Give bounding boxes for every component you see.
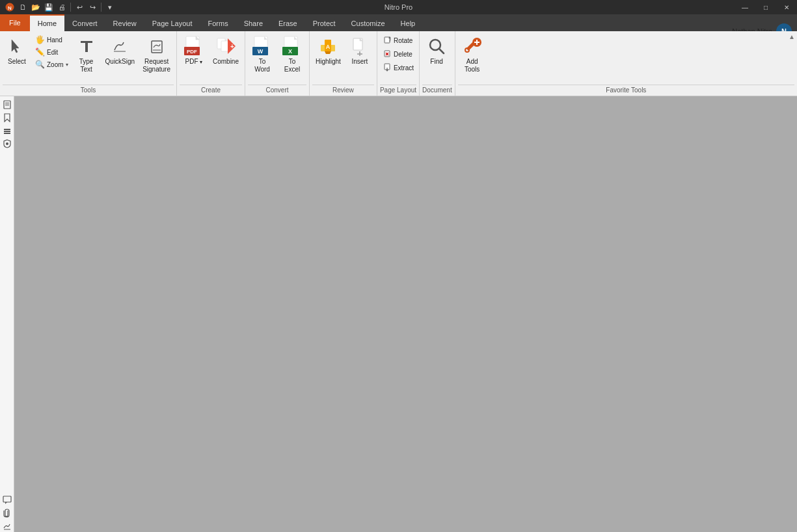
to-word-button[interactable]: W ToWord [248,34,277,81]
ribbon-group-favorite-tools: AddTools Favorite Tools [455,31,797,96]
highlight-button[interactable]: A Highlight [312,34,344,81]
insert-button[interactable]: Insert [345,34,374,81]
svg-rect-48 [4,101,10,109]
pdf-label: PDF ▾ [185,58,203,66]
new-file-icon[interactable]: 🗋 [17,1,29,13]
svg-rect-6 [152,41,162,53]
sidebar-signatures-icon[interactable] [1,520,13,532]
request-signature-icon [146,36,167,57]
highlight-label: Highlight [316,58,341,66]
select-button[interactable]: Select [3,34,31,81]
edit-button[interactable]: ✏️ Edit [33,46,71,58]
tab-review[interactable]: Review [105,14,144,31]
ribbon-tabs-bar: File Home Convert Review Page Layout For… [0,14,797,31]
svg-rect-57 [3,496,11,502]
svg-marker-40 [386,70,388,72]
redo-icon[interactable]: ↪ [87,1,98,13]
create-group-label: Create [180,85,242,96]
close-button[interactable]: ✕ [776,0,797,14]
review-group-label: Review [312,85,374,96]
title-bar: N 🗋 📂 💾 🖨 ↩ ↪ ▾ Nitro Pro — □ ✕ [0,0,797,14]
quick-access-toolbar: N 🗋 📂 💾 🖨 ↩ ↪ ▾ [0,0,116,14]
svg-point-56 [6,142,8,145]
tab-file[interactable]: File [0,14,30,31]
tab-page-layout[interactable]: Page Layout [144,14,200,31]
ribbon-collapse-button[interactable]: ▲ [787,31,797,42]
save-icon[interactable]: 💾 [43,1,55,13]
find-button[interactable]: Find [422,34,451,81]
tools-group-content: Select 🖐 Hand ✏️ Edit 🔍 Zoom ▾ [3,34,174,83]
rotate-icon [383,35,392,46]
left-sidebar [0,96,14,532]
combine-label: Combine [213,58,239,66]
sidebar-pages-icon[interactable] [1,99,13,111]
tab-help[interactable]: Help [393,14,424,31]
quicksign-button[interactable]: QuickSign [102,34,139,81]
tab-customize[interactable]: Customize [344,14,393,31]
minimize-button[interactable]: — [735,0,755,14]
sidebar-security-icon[interactable] [1,138,13,150]
zoom-button[interactable]: 🔍 Zoom ▾ [33,59,71,70]
sidebar-attachments-icon[interactable] [1,507,13,519]
tab-convert[interactable]: Convert [64,14,105,31]
maximize-button[interactable]: □ [755,0,776,14]
edit-icon: ✏️ [35,47,45,57]
svg-rect-3 [81,41,92,43]
qa-separator-2 [101,3,101,12]
ribbon-group-create: PDF PDF ▾ + Combine [177,31,245,96]
pdf-button[interactable]: PDF PDF ▾ [180,34,208,81]
undo-icon[interactable]: ↩ [74,1,85,13]
sidebar-bookmarks-icon[interactable] [1,112,13,124]
hand-button[interactable]: 🖐 Hand [33,34,71,46]
tab-erase[interactable]: Erase [271,14,305,31]
tools-group-label: Tools [3,85,174,96]
customize-qa-icon[interactable]: ▾ [104,1,116,13]
svg-rect-55 [4,133,10,134]
svg-rect-4 [85,43,88,52]
sidebar-layers-icon[interactable] [1,125,13,137]
document-group-label: Document [422,85,452,96]
extract-button[interactable]: Extract [380,61,416,74]
svg-text:+: + [230,43,234,50]
highlight-icon: A [317,36,338,57]
ribbon-group-tools: Select 🖐 Hand ✏️ Edit 🔍 Zoom ▾ [0,31,177,96]
svg-rect-54 [4,131,10,132]
extract-label: Extract [394,64,414,72]
print-icon[interactable]: 🖨 [56,1,68,13]
svg-text:PDF: PDF [187,49,197,55]
add-tools-label: AddTools [465,58,480,73]
type-text-button[interactable]: TypeText [72,34,101,81]
edit-label: Edit [47,49,58,56]
pagelayout-stack: Rotate Delete [380,34,416,74]
excel-icon: X [282,36,303,57]
svg-text:W: W [258,48,263,55]
sidebar-comments-icon[interactable] [1,494,13,506]
rotate-button[interactable]: Rotate [380,34,416,47]
to-excel-label: ToExcel [284,58,300,73]
nitro-logo-icon[interactable]: N [4,1,16,13]
add-tools-button[interactable]: AddTools [458,34,487,81]
hand-icon: 🖐 [35,35,45,44]
create-group-content: PDF PDF ▾ + Combine [180,34,242,83]
combine-button[interactable]: + Combine [209,34,242,81]
window-controls: — □ ✕ [735,0,797,14]
favorite-tools-group-content: AddTools [458,34,794,83]
select-icon [7,36,27,57]
convert-group-content: W ToWord X ToExcel [248,34,306,83]
tab-protect[interactable]: Protect [305,14,344,31]
to-word-label: ToWord [254,58,270,73]
to-excel-button[interactable]: X ToExcel [278,34,306,81]
request-signature-button[interactable]: RequestSignature [139,34,174,81]
tab-share[interactable]: Share [236,14,271,31]
tab-home[interactable]: Home [30,14,64,31]
svg-marker-27 [325,51,331,54]
svg-marker-2 [12,40,19,53]
ribbon-group-review: A Highlight Insert [310,31,377,96]
delete-button[interactable]: Delete [380,47,416,60]
app-title: Nitro Pro [385,3,412,11]
tab-forms[interactable]: Forms [200,14,236,31]
svg-line-42 [439,49,444,53]
open-file-icon[interactable]: 📂 [30,1,42,13]
zoom-label: Zoom [47,61,64,68]
qa-separator [70,3,71,12]
